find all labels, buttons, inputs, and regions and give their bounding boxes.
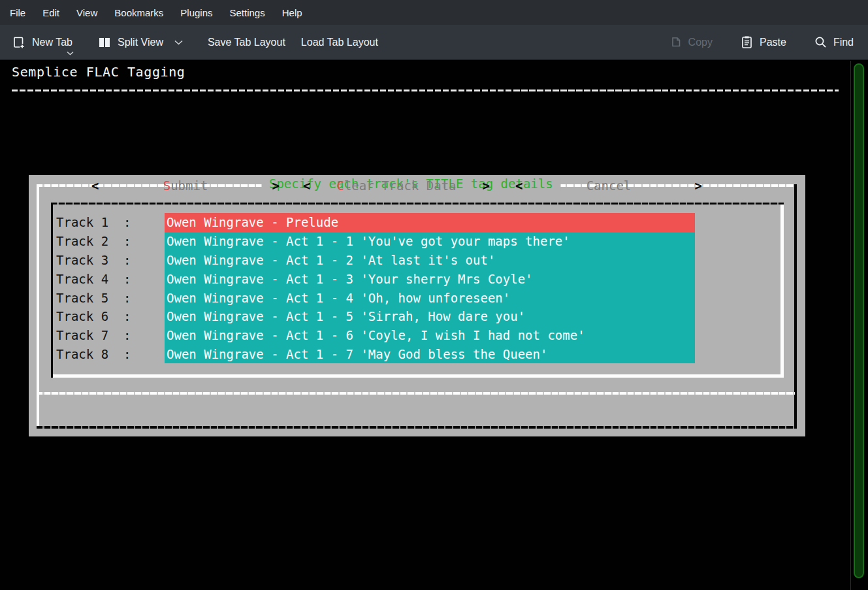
track-label: Track 2 : bbox=[51, 234, 165, 248]
copy-button[interactable]: Copy bbox=[661, 28, 720, 57]
terminal-heading: Semplice FLAC Tagging bbox=[12, 64, 185, 80]
split-view-label: Split View bbox=[118, 37, 163, 48]
new-tab-label: New Tab bbox=[32, 37, 72, 48]
find-icon bbox=[814, 35, 828, 49]
bracket-left: < bbox=[303, 178, 310, 193]
new-tab-icon bbox=[12, 35, 26, 50]
menu-settings[interactable]: Settings bbox=[221, 0, 274, 25]
track-title-input[interactable]: Owen Wingrave - Prelude bbox=[165, 213, 695, 232]
bracket-right: > bbox=[483, 178, 490, 193]
track-title-input[interactable]: Owen Wingrave - Act 1 - 5 'Sirrah, How d… bbox=[165, 307, 695, 326]
title-tag-dialog: Specify each track's TITLE tag details T… bbox=[29, 175, 805, 436]
dialog-button-separator bbox=[37, 392, 795, 395]
terminal-edge-divider bbox=[850, 61, 851, 590]
track-title-input[interactable]: Owen Wingrave - Act 1 - 4 'Oh, how unfor… bbox=[165, 288, 695, 307]
clear-hotkey: C bbox=[336, 178, 344, 193]
track-row: Track 3 : Owen Wingrave - Act 1 - 2 'At … bbox=[51, 251, 784, 270]
track-title-input[interactable]: Owen Wingrave - Act 1 - 2 'At last it's … bbox=[165, 251, 695, 270]
bracket-right: > bbox=[695, 178, 702, 193]
menu-view[interactable]: View bbox=[68, 0, 106, 25]
load-tab-layout-label: Load Tab Layout bbox=[301, 37, 378, 48]
submit-hotkey: S bbox=[163, 178, 170, 193]
track-row: Track 4 : Owen Wingrave - Act 1 - 3 'You… bbox=[51, 269, 784, 288]
find-label: Find bbox=[833, 37, 854, 48]
track-label: Track 4 : bbox=[51, 272, 165, 286]
form-border-top bbox=[51, 203, 784, 205]
submit-button[interactable]: < Submit > bbox=[91, 175, 280, 196]
bracket-left: < bbox=[515, 178, 522, 193]
terminal-scrollbar[interactable] bbox=[854, 63, 864, 578]
save-tab-layout-button[interactable]: Save Tab Layout bbox=[200, 28, 293, 57]
track-title-input[interactable]: Owen Wingrave - Act 1 - 1 'You've got yo… bbox=[165, 232, 695, 251]
split-view-icon bbox=[97, 35, 112, 50]
toolbar: New Tab Split View Save Tab bbox=[0, 25, 868, 60]
track-row: Track 1 : Owen Wingrave - Prelude bbox=[51, 213, 784, 232]
track-label: Track 5 : bbox=[51, 291, 165, 305]
submit-label: ubmit bbox=[170, 178, 208, 193]
track-title-input[interactable]: Owen Wingrave - Act 1 - 7 'May God bless… bbox=[165, 345, 695, 364]
menu-edit[interactable]: Edit bbox=[34, 0, 68, 25]
cancel-label: Cancel bbox=[587, 178, 632, 193]
track-row: Track 2 : Owen Wingrave - Act 1 - 1 'You… bbox=[51, 232, 784, 251]
paste-button[interactable]: Paste bbox=[732, 28, 794, 57]
track-label: Track 3 : bbox=[51, 253, 165, 267]
track-row: Track 8 : Owen Wingrave - Act 1 - 7 'May… bbox=[51, 345, 784, 364]
track-row: Track 6 : Owen Wingrave - Act 1 - 5 'Sir… bbox=[51, 307, 784, 326]
clear-label: lear Track Data bbox=[344, 178, 457, 193]
terminal-view[interactable]: Semplice FLAC Tagging Specify each track… bbox=[0, 61, 868, 590]
cancel-button[interactable]: < Cancel > bbox=[515, 175, 702, 196]
paste-icon bbox=[740, 35, 754, 49]
track-title-input[interactable]: Owen Wingrave - Act 1 - 6 'Coyle, I wish… bbox=[165, 326, 695, 345]
find-button[interactable]: Find bbox=[806, 28, 861, 57]
track-label: Track 8 : bbox=[51, 347, 165, 361]
copy-label: Copy bbox=[688, 37, 713, 48]
track-row: Track 7 : Owen Wingrave - Act 1 - 6 'Coy… bbox=[51, 326, 784, 345]
menu-plugins[interactable]: Plugins bbox=[172, 0, 221, 25]
track-form-box: Track 1 : Owen Wingrave - Prelude Track … bbox=[51, 203, 784, 378]
new-tab-chevron-down-icon[interactable] bbox=[67, 51, 74, 56]
menu-bookmarks[interactable]: Bookmarks bbox=[106, 0, 172, 25]
track-label: Track 6 : bbox=[51, 309, 165, 323]
menu-bar: File Edit View Bookmarks Plugins Setting… bbox=[0, 0, 868, 25]
split-view-button[interactable]: Split View bbox=[89, 28, 191, 57]
menu-help[interactable]: Help bbox=[274, 0, 311, 25]
copy-icon bbox=[669, 35, 683, 49]
track-label: Track 1 : bbox=[51, 215, 165, 229]
form-border-bottom bbox=[53, 374, 784, 378]
bracket-right: > bbox=[272, 178, 280, 193]
menu-file[interactable]: File bbox=[1, 0, 34, 25]
track-rows: Track 1 : Owen Wingrave - Prelude Track … bbox=[51, 213, 784, 363]
track-label: Track 7 : bbox=[51, 328, 165, 342]
save-tab-layout-label: Save Tab Layout bbox=[208, 37, 285, 48]
dialog-border-bottom bbox=[37, 426, 795, 429]
split-view-chevron-down-icon[interactable] bbox=[174, 40, 183, 45]
heading-underline bbox=[12, 90, 839, 91]
track-row: Track 5 : Owen Wingrave - Act 1 - 4 'Oh,… bbox=[51, 288, 784, 307]
clear-track-data-button[interactable]: < Clear Track Data > bbox=[303, 175, 490, 196]
bracket-left: < bbox=[91, 178, 99, 193]
load-tab-layout-button[interactable]: Load Tab Layout bbox=[293, 28, 386, 57]
paste-label: Paste bbox=[760, 37, 786, 48]
new-tab-button[interactable]: New Tab bbox=[4, 28, 80, 57]
track-title-input[interactable]: Owen Wingrave - Act 1 - 3 'Your sherry M… bbox=[165, 269, 695, 288]
